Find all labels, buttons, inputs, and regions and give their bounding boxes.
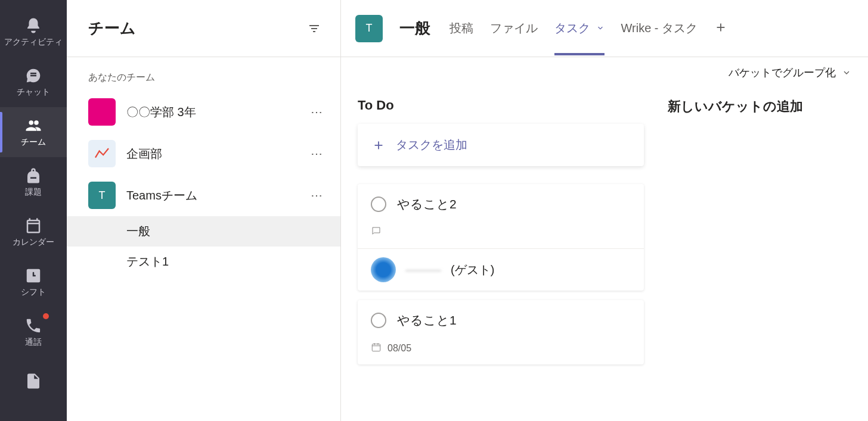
team-avatar: T bbox=[88, 182, 116, 209]
notification-badge bbox=[43, 313, 49, 319]
add-task-button[interactable]: タスクを追加 bbox=[358, 124, 644, 166]
tab-posts[interactable]: 投稿 bbox=[450, 1, 473, 55]
rail-label: チャット bbox=[17, 87, 50, 98]
rail-label: チーム bbox=[21, 137, 46, 148]
team-row[interactable]: T Teamsチーム ⋯ bbox=[67, 174, 340, 216]
team-name: Teamsチーム bbox=[126, 188, 296, 204]
calendar-icon bbox=[24, 217, 42, 235]
teams-sidebar: チーム あなたのチーム 〇〇学部 3年 ⋯ 企画部 ⋯ T Teamsチーム ⋯… bbox=[67, 0, 341, 421]
filter-icon[interactable] bbox=[307, 21, 321, 36]
app-rail: アクティビティ チャット チーム 課題 カレンダー シフト 通話 bbox=[0, 0, 67, 421]
channel-avatar: T bbox=[355, 15, 383, 42]
complete-toggle[interactable] bbox=[371, 197, 386, 212]
tab-wrike[interactable]: Wrike - タスク bbox=[621, 1, 698, 55]
team-row[interactable]: 〇〇学部 3年 ⋯ bbox=[67, 91, 340, 133]
team-name: 企画部 bbox=[126, 146, 296, 162]
channel-header: T 一般 投稿 ファイル タスク Wrike - タスク bbox=[341, 0, 868, 57]
chevron-down-icon bbox=[842, 68, 851, 77]
channel-title: 一般 bbox=[399, 18, 430, 39]
tab-tasks[interactable]: タスク bbox=[554, 1, 604, 55]
teams-list: あなたのチーム 〇〇学部 3年 ⋯ 企画部 ⋯ T Teamsチーム ⋯ 一般 … bbox=[67, 57, 340, 421]
complete-toggle[interactable] bbox=[371, 313, 386, 328]
teams-icon bbox=[24, 117, 42, 135]
group-by-dropdown[interactable]: バケットでグループ化 bbox=[728, 66, 851, 80]
chat-icon bbox=[24, 67, 42, 85]
channel-row[interactable]: テスト1 bbox=[67, 247, 340, 277]
bucket-new[interactable]: 新しいバケットの追加 bbox=[668, 98, 868, 126]
rail-label: カレンダー bbox=[13, 237, 54, 248]
rail-label: 通話 bbox=[25, 337, 42, 348]
avatar bbox=[371, 257, 396, 282]
assignee-name: ——— bbox=[405, 263, 441, 277]
add-tab-button[interactable] bbox=[714, 21, 727, 36]
phone-icon bbox=[24, 317, 42, 335]
rail-chat[interactable]: チャット bbox=[0, 57, 67, 107]
backpack-icon bbox=[24, 167, 42, 185]
team-avatar bbox=[88, 140, 116, 167]
group-bar: バケットでグループ化 bbox=[341, 57, 868, 86]
comment-icon bbox=[371, 226, 382, 239]
task-title: やること1 bbox=[397, 312, 457, 329]
task-card[interactable]: やること1 08/05 bbox=[358, 300, 644, 364]
tab-files[interactable]: ファイル bbox=[490, 1, 538, 55]
rail-label: アクティビティ bbox=[4, 37, 63, 48]
rail-activity[interactable]: アクティビティ bbox=[0, 7, 67, 57]
sidebar-title: チーム bbox=[88, 18, 136, 39]
guest-suffix: (ゲスト) bbox=[451, 262, 494, 278]
bucket-title: To Do bbox=[358, 98, 644, 113]
rail-label: 課題 bbox=[25, 187, 42, 198]
task-due: 08/05 bbox=[388, 343, 411, 354]
rail-assignments[interactable]: 課題 bbox=[0, 157, 67, 207]
channel-row[interactable]: 一般 bbox=[67, 216, 340, 247]
file-icon bbox=[24, 372, 42, 390]
rail-files[interactable] bbox=[0, 357, 67, 407]
main-content: T 一般 投稿 ファイル タスク Wrike - タスク バケットでグループ化 … bbox=[341, 0, 868, 421]
section-label: あなたのチーム bbox=[67, 71, 340, 91]
rail-teams[interactable]: チーム bbox=[0, 107, 67, 157]
more-icon[interactable]: ⋯ bbox=[307, 146, 326, 161]
plus-icon bbox=[372, 139, 385, 152]
team-row[interactable]: 企画部 ⋯ bbox=[67, 133, 340, 174]
task-assignee[interactable]: ——— (ゲスト) bbox=[358, 248, 644, 291]
rail-calendar[interactable]: カレンダー bbox=[0, 207, 67, 257]
bell-icon bbox=[24, 17, 42, 35]
team-name: 〇〇学部 3年 bbox=[126, 104, 296, 120]
rail-label: シフト bbox=[21, 287, 46, 298]
task-card[interactable]: やること2 ——— (ゲスト) bbox=[358, 184, 644, 291]
add-bucket-label[interactable]: 新しいバケットの追加 bbox=[668, 98, 868, 116]
teams-header: チーム bbox=[67, 0, 340, 57]
chevron-down-icon bbox=[596, 21, 604, 35]
bucket-todo: To Do タスクを追加 やること2 bbox=[358, 98, 644, 374]
more-icon[interactable]: ⋯ bbox=[307, 105, 326, 119]
rail-calls[interactable]: 通話 bbox=[0, 307, 67, 357]
shifts-icon bbox=[24, 267, 42, 285]
rail-shifts[interactable]: シフト bbox=[0, 257, 67, 307]
svg-rect-7 bbox=[372, 344, 380, 351]
planner-board: To Do タスクを追加 やること2 bbox=[341, 86, 868, 421]
task-title: やること2 bbox=[397, 196, 457, 213]
more-icon[interactable]: ⋯ bbox=[307, 188, 326, 202]
team-avatar bbox=[88, 98, 116, 126]
calendar-icon bbox=[371, 342, 382, 355]
